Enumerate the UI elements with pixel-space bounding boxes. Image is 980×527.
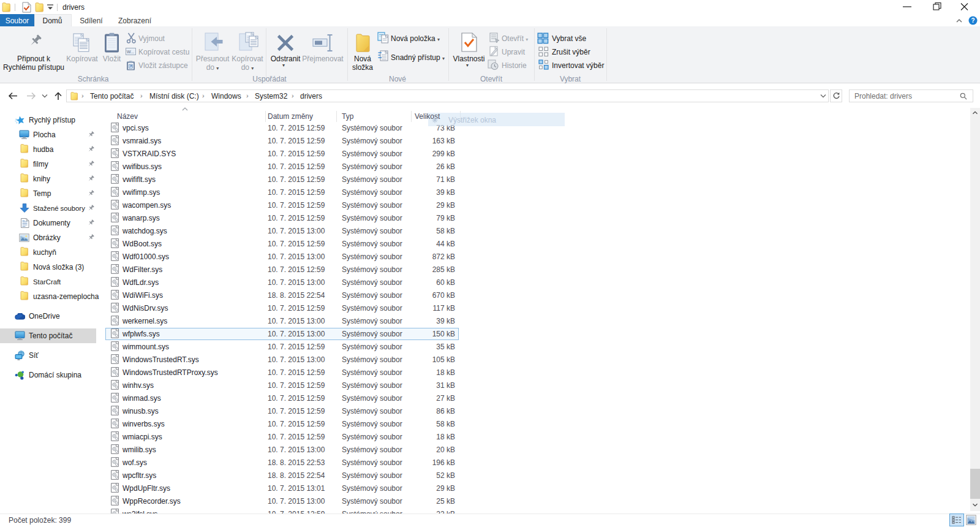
svg-text:?: ? xyxy=(971,17,974,24)
svg-text:W...: W... xyxy=(127,50,134,54)
